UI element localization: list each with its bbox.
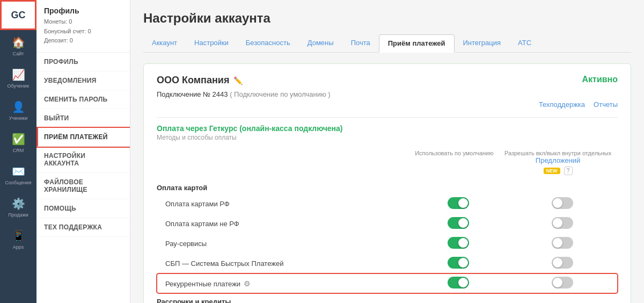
sidebar-item-apps[interactable]: 📱 Apps (0, 223, 36, 256)
tab-integration[interactable]: Интеграция (455, 34, 510, 52)
nav-item-help[interactable]: ПОМОЩЬ (36, 199, 130, 218)
gear-icon-recurring[interactable]: ⚙ (244, 279, 251, 288)
method-row-sbp: СБП — Система Быстрых Платежей (157, 254, 618, 273)
toggle-default-recurring[interactable] (448, 277, 469, 288)
toggle-secondary-sbp[interactable] (552, 257, 573, 269)
nav-item-change_password[interactable]: СМЕНИТЬ ПАРОЛЬ (36, 90, 130, 109)
left-nav: Профиль Монеты: 0 Бонусный счет: 0 Депоз… (36, 0, 130, 303)
method-label-recurring: Рекуррентные платежи⚙ (157, 273, 410, 293)
connection-default: ( Подключение по умолчанию ) (230, 90, 331, 98)
sidebar-item-site[interactable]: 🏠 Сайт (0, 30, 36, 62)
method-toggle-card_not_rf[interactable] (502, 214, 618, 234)
card-methods-section: Оплата картой (157, 179, 618, 194)
main-content: Настройки аккаунта АккаунтНастройкиБезоп… (130, 0, 644, 303)
toggle-secondary-card_not_rf[interactable] (552, 217, 573, 229)
method-label-card_rf: Оплата картами РФ (157, 194, 410, 214)
sidebar-item-sales[interactable]: ⚙️ Продажи (0, 191, 36, 223)
sidebar-label-crm: CRM (13, 148, 24, 153)
divider (157, 117, 618, 118)
bonus-label: Бонусный счет: 0 (44, 27, 122, 37)
method-default-toggle-sbp[interactable] (410, 254, 502, 273)
connection-line: Подключение № 2443 ( Подключение по умол… (157, 90, 618, 98)
offers-link[interactable]: Предложений (536, 156, 581, 164)
method-label-card_not_rf: Оплата картами не РФ (157, 214, 410, 234)
nav-item-profile[interactable]: ПРОФИЛЬ (36, 53, 130, 71)
site-icon: 🏠 (12, 36, 25, 49)
education-icon: 📈 (12, 68, 25, 81)
tab-mail[interactable]: Почта (342, 34, 379, 52)
sidebar-logo[interactable]: GC (0, 0, 36, 30)
messages-icon: ✉️ (12, 165, 25, 178)
company-name: ООО Компания ✏️ (157, 75, 243, 86)
tab-domains[interactable]: Домены (299, 34, 342, 52)
students-icon: 👤 (12, 100, 25, 113)
company-name-text: ООО Компания (157, 75, 229, 86)
sidebar-item-education[interactable]: 📈 Обучение (0, 62, 36, 95)
toggle-secondary-card_rf[interactable] (552, 197, 573, 209)
method-row-card_not_rf: Оплата картами не РФ (157, 214, 618, 234)
payment-card: ООО Компания ✏️ Активно Подключение № 24… (143, 63, 631, 303)
section-subtitle: Методы и способы оплаты (157, 134, 618, 141)
methods-table: Использовать по умолчанию Разрешать вкл/… (157, 148, 618, 293)
card-links: Техподдержка Отчеты (157, 100, 618, 109)
method-toggle-card_rf[interactable] (502, 194, 618, 214)
method-default-toggle-recurring[interactable] (410, 273, 502, 293)
reports-link[interactable]: Отчеты (594, 100, 618, 109)
method-toggle-sbp[interactable] (502, 254, 618, 273)
method-label-pay_services: Рау-сервисы (157, 234, 410, 254)
nav-item-file_storage[interactable]: ФАЙЛОВОЕ ХРАНИЛИЩЕ (36, 173, 130, 199)
method-default-toggle-card_not_rf[interactable] (410, 214, 502, 234)
profile-title: Профиль (44, 6, 122, 15)
table-header-row: Использовать по умолчанию Разрешать вкл/… (157, 148, 618, 179)
nav-item-tech_support[interactable]: ТЕХ ПОДДЕРЖКА (36, 218, 130, 237)
method-default-toggle-card_rf[interactable] (410, 194, 502, 214)
installments-label: Рассрочки и кредиты (157, 298, 618, 303)
col3-header-content: Разрешать вкл/выкл внутри отдельных Пред… (502, 150, 613, 175)
status-badge: Активно (582, 75, 618, 84)
coins-label: Монеты: 0 (44, 17, 122, 27)
connection-label: Подключение № 2443 (157, 90, 228, 98)
crm-icon: ✅ (12, 133, 25, 146)
tab-ats[interactable]: АТС (509, 34, 540, 52)
tab-security[interactable]: Безопасность (237, 34, 299, 52)
nav-item-notifications[interactable]: УВЕДОМЛЕНИЯ (36, 71, 130, 90)
method-row-recurring: Рекуррентные платежи⚙ (157, 273, 618, 293)
edit-icon[interactable]: ✏️ (233, 76, 243, 85)
nav-menu: ПРОФИЛЬУВЕДОМЛЕНИЯСМЕНИТЬ ПАРОЛЬВЫЙТИПРИ… (36, 53, 130, 237)
card-header: ООО Компания ✏️ Активно (157, 75, 618, 86)
sidebar-label-sales: Продажи (8, 212, 28, 218)
col3-header: Разрешать вкл/выкл внутри отдельных Пред… (502, 148, 618, 179)
col1-header (157, 148, 410, 179)
new-badge: NEW (544, 168, 560, 174)
toggle-default-card_rf[interactable] (448, 197, 469, 209)
tab-account[interactable]: Аккаунт (143, 34, 186, 52)
sidebar-item-messages[interactable]: ✉️ Сообщения (0, 159, 36, 191)
nav-item-account_settings[interactable]: НАСТРОЙКИ АККАУНТА (36, 147, 130, 173)
toggle-secondary-recurring[interactable] (552, 277, 573, 288)
support-link[interactable]: Техподдержка (539, 100, 585, 109)
method-toggle-recurring[interactable] (502, 273, 618, 293)
method-toggle-pay_services[interactable] (502, 234, 618, 254)
sidebar-item-crm[interactable]: ✅ CRM (0, 127, 36, 159)
tab-settings[interactable]: Настройки (186, 34, 237, 52)
toggle-secondary-pay_services[interactable] (552, 237, 573, 249)
sidebar-item-students[interactable]: 👤 Ученики (0, 95, 36, 127)
toggle-default-pay_services[interactable] (448, 237, 469, 249)
nav-item-exit[interactable]: ВЫЙТИ (36, 109, 130, 128)
toggle-default-sbp[interactable] (448, 257, 469, 269)
sidebar-label-messages: Сообщения (5, 180, 32, 185)
col3-text: Разрешать вкл/выкл внутри отдельных (504, 150, 611, 156)
tab-payments[interactable]: Приём платежей (379, 34, 455, 53)
sidebar: GC 🏠 Сайт 📈 Обучение 👤 Ученики ✅ CRM ✉️ … (0, 0, 36, 303)
card-methods-label: Оплата картой (157, 179, 618, 194)
deposit-label: Депозит: 0 (44, 36, 122, 46)
apps-icon: 📱 (12, 229, 25, 242)
toggle-default-card_not_rf[interactable] (448, 217, 469, 229)
method-default-toggle-pay_services[interactable] (410, 234, 502, 254)
nav-item-payments[interactable]: ПРИЁМ ПЛАТЕЖЕЙ (36, 128, 130, 147)
question-badge[interactable]: ? (564, 167, 573, 175)
method-row-pay_services: Рау-сервисы (157, 234, 618, 254)
col3-header-text: Разрешать вкл/выкл внутри отдельных Пред… (502, 150, 613, 164)
sidebar-label-education: Обучение (7, 83, 29, 89)
sidebar-label-apps: Apps (13, 244, 24, 250)
